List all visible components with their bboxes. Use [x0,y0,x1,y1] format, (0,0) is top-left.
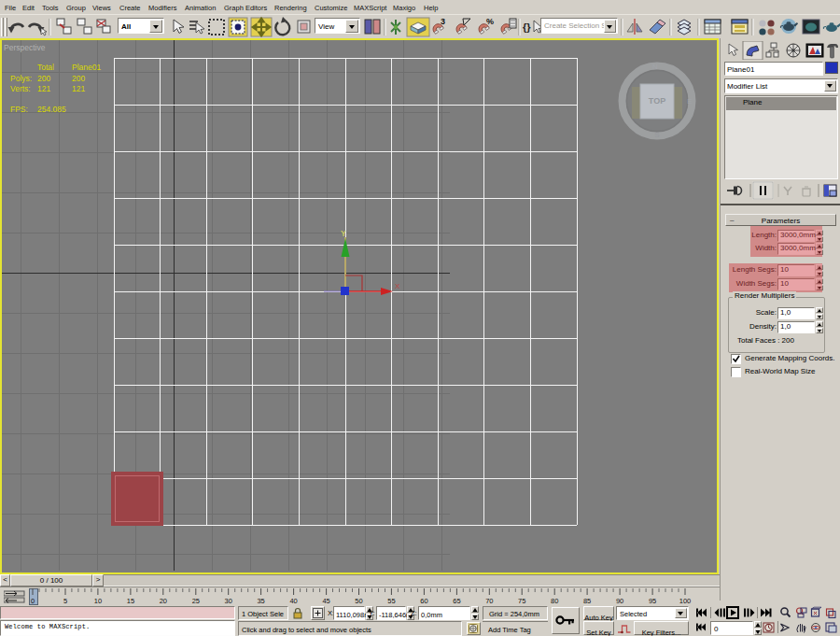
svg-text:200: 200 [37,74,50,83]
svg-text:Total: Total [37,63,54,72]
svg-text:10: 10 [94,597,102,605]
svg-text:15: 15 [127,597,134,605]
svg-text:70: 70 [485,597,493,605]
svg-text:50: 50 [355,597,362,605]
svg-text:Perspective: Perspective [4,43,46,52]
svg-text:45: 45 [322,597,329,605]
svg-text:60: 60 [420,597,427,605]
svg-text:65: 65 [453,597,460,605]
svg-text:FPS:: FPS: [10,105,28,114]
svg-text:80: 80 [551,597,558,605]
svg-text:TOP: TOP [649,96,665,106]
svg-text:E: E [687,97,692,106]
svg-text:Polys:: Polys: [10,74,32,83]
svg-text:85: 85 [583,597,591,605]
svg-text:35: 35 [257,597,264,605]
svg-text:Verts:: Verts: [10,84,31,93]
svg-text:30: 30 [225,597,232,605]
svg-text:Y: Y [341,229,346,238]
svg-text:200: 200 [72,74,85,83]
svg-text:X: X [395,282,400,290]
svg-text:S: S [654,131,659,139]
svg-text:N: N [652,63,658,71]
svg-text:25: 25 [192,597,200,605]
svg-text:121: 121 [37,84,50,93]
svg-text:55: 55 [387,597,395,605]
svg-text:90: 90 [616,597,623,605]
svg-text:75: 75 [518,597,525,605]
svg-text:0: 0 [31,597,35,605]
svg-text:40: 40 [289,597,297,605]
svg-text:121: 121 [72,84,85,93]
svg-text:20: 20 [160,597,167,605]
svg-text:5: 5 [63,597,67,605]
svg-text:Plane01: Plane01 [72,63,101,72]
svg-text:100: 100 [679,597,692,605]
svg-text:254.085: 254.085 [37,105,66,114]
svg-text:95: 95 [649,597,656,605]
